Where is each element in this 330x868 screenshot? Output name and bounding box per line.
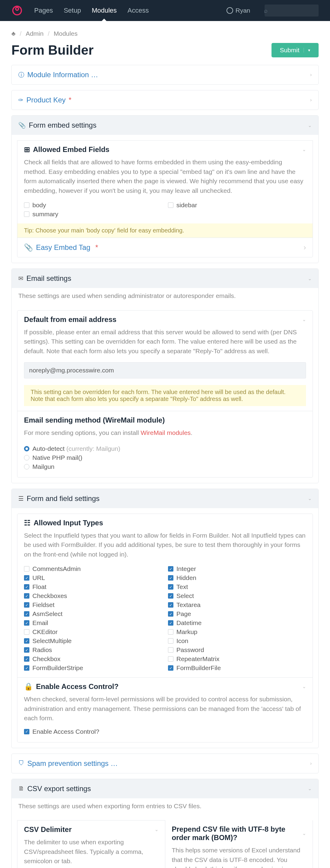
checkbox-icon [24, 203, 29, 208]
radio-email-method[interactable]: Native PHP mail() [24, 453, 306, 462]
checkbox-icon: ✓ [24, 665, 29, 671]
crumb-admin[interactable]: Admin [26, 30, 44, 37]
checkbox-integer[interactable]: ✓Integer [168, 564, 306, 574]
checkbox-page[interactable]: ✓Page [168, 610, 306, 618]
checkbox-icon [168, 647, 173, 653]
checkbox-radios[interactable]: ✓Radios [24, 646, 162, 654]
masthead: Pages Setup Modules Access Ryan ⌕ [0, 0, 330, 21]
wiremail-link[interactable]: WireMail modules [141, 429, 191, 436]
nav-modules[interactable]: Modules [87, 0, 122, 21]
checkbox-body[interactable]: body [24, 200, 162, 210]
checkbox-icon: ✓ [24, 575, 29, 581]
chevron-down-icon: ⌄ [302, 684, 306, 689]
window-icon: ⊞ [24, 145, 30, 154]
enable-access-control-checkbox[interactable]: ✓ Enable Access Control? [24, 727, 306, 736]
checkbox-selectmultiple[interactable]: ✓SelectMultiple [24, 637, 162, 646]
spam-settings-toggle[interactable]: ⛉ Spam prevention settings … › [12, 754, 318, 773]
checkbox-checkbox[interactable]: ✓Checkbox [24, 654, 162, 663]
paperclip-icon: 📎 [24, 243, 33, 252]
search-icon: ⌕ [264, 7, 268, 14]
from-email-input[interactable] [24, 362, 306, 378]
checkbox-url[interactable]: ✓URL [24, 574, 162, 582]
chevron-right-icon: › [310, 72, 312, 78]
lock-icon: 🔒 [24, 682, 33, 691]
checkbox-password[interactable]: Password [168, 646, 306, 654]
checkbox-formbuilderstripe[interactable]: ✓FormBuilderStripe [24, 663, 162, 673]
checkbox-datetime[interactable]: ✓Datetime [168, 618, 306, 627]
user-name: Ryan [235, 7, 250, 14]
submit-button-top[interactable]: Submit ▾ [271, 43, 319, 57]
form-field-settings-toggle[interactable]: ☰ Form and field settings ⌄ [12, 489, 318, 508]
chevron-down-icon[interactable]: ▾ [304, 48, 310, 53]
radio-icon [24, 464, 29, 469]
csv-delimiter-title[interactable]: CSV Delimiter ⌄ [18, 820, 165, 836]
checkbox-icon: ✓ [24, 602, 29, 608]
chevron-down-icon: ⌄ [302, 831, 306, 836]
chevron-down-icon: ⌄ [308, 123, 312, 128]
checkbox-icon: ✓ [168, 620, 173, 626]
default-from-email-title[interactable]: Default from email address ⌄ [18, 311, 312, 326]
checkbox-icon [24, 566, 29, 571]
chevron-down-icon: ⌄ [302, 147, 306, 152]
allowed-input-types-title[interactable]: ☷ Allowed Input Types [18, 514, 312, 529]
logo[interactable] [11, 5, 23, 16]
checkbox-checkboxes[interactable]: ✓Checkboxes [24, 591, 162, 600]
checkbox-icon: ✓ [24, 656, 29, 662]
form-embed-settings-toggle[interactable]: 📎 Form embed settings ⌄ [12, 116, 318, 135]
checkbox-icon: ✓ [168, 575, 173, 581]
checkbox-fieldset[interactable]: ✓Fieldset [24, 600, 162, 610]
crumb-modules[interactable]: Modules [54, 30, 77, 37]
checkbox-icon [168, 203, 173, 208]
enable-access-control-title[interactable]: 🔒 Enable Access Control? ⌄ [18, 678, 312, 692]
email-settings-toggle[interactable]: ✉ Email settings ⌄ [12, 269, 318, 288]
chevron-down-icon: ⌄ [302, 317, 306, 322]
checkbox-hidden[interactable]: ✓Hidden [168, 574, 306, 582]
checkbox-ckeditor[interactable]: CKEditor [24, 627, 162, 637]
checkbox-icon: ✓ [24, 620, 29, 626]
embed-tip: Tip: Choose your main 'body copy' field … [18, 223, 312, 238]
user-menu[interactable]: Ryan [227, 7, 250, 14]
csv-export-settings-toggle[interactable]: 🗎 CSV export settings ⌄ [12, 779, 318, 798]
chevron-down-icon: ⌄ [308, 276, 312, 281]
checkbox-email[interactable]: ✓Email [24, 618, 162, 627]
svg-point-1 [15, 7, 19, 10]
checkbox-icon: ✓ [168, 584, 173, 590]
search-input[interactable] [265, 4, 319, 17]
csv-bom-title[interactable]: Prepend CSV file with UTF-8 byte order m… [165, 820, 313, 844]
nav-setup[interactable]: Setup [58, 0, 87, 21]
easy-embed-tag-toggle[interactable]: 📎 Easy Embed Tag * › [18, 238, 312, 257]
checkbox-icon [24, 212, 29, 217]
checkbox-sidebar[interactable]: sidebar [168, 200, 306, 210]
module-information-toggle[interactable]: ⓘ Module Information … › [12, 65, 318, 84]
radio-email-method[interactable]: Auto-detect (currently: Mailgun) [24, 444, 306, 453]
breadcrumb: ♣ / Admin / Modules [11, 30, 319, 37]
checkbox-formbuilderfile[interactable]: ✓FormBuilderFile [168, 663, 306, 673]
product-key-toggle[interactable]: ✑ Product Key* › [12, 90, 318, 110]
nav-pages[interactable]: Pages [29, 0, 58, 21]
envelope-icon: ✉ [18, 275, 23, 282]
radio-email-method[interactable]: Mailgun [24, 462, 306, 471]
radio-icon [24, 455, 29, 460]
sliders-icon: ☰ [18, 495, 24, 502]
chevron-down-icon: ⌄ [308, 786, 312, 792]
checkbox-textarea[interactable]: ✓Textarea [168, 600, 306, 610]
checkbox-icon[interactable]: Icon [168, 637, 306, 646]
chevron-down-icon: ⌄ [155, 827, 158, 832]
checkbox-icon: ✓ [24, 611, 29, 617]
nav-access[interactable]: Access [122, 0, 154, 21]
tree-icon[interactable]: ♣ [11, 30, 15, 37]
checkbox-select[interactable]: ✓Select [168, 591, 306, 600]
checkbox-summary[interactable]: summary [24, 210, 162, 219]
checkbox-commentsadmin[interactable]: CommentsAdmin [24, 564, 162, 574]
checkbox-asmselect[interactable]: ✓AsmSelect [24, 610, 162, 618]
email-method-title[interactable]: Email sending method (WireMail module) [18, 411, 312, 426]
checkbox-icon [168, 638, 173, 644]
chevron-down-icon: ⌄ [308, 496, 312, 501]
checkbox-repeatermatrix[interactable]: RepeaterMatrix [168, 654, 306, 663]
checkbox-text[interactable]: ✓Text [168, 582, 306, 591]
checkbox-markup[interactable]: Markup [168, 627, 306, 637]
chevron-right-icon: › [304, 243, 306, 252]
allowed-embed-fields-title[interactable]: ⊞ Allowed Embed Fields ⌄ [18, 141, 312, 156]
checkbox-float[interactable]: ✓Float [24, 582, 162, 591]
checkbox-icon: ✓ [24, 647, 29, 653]
